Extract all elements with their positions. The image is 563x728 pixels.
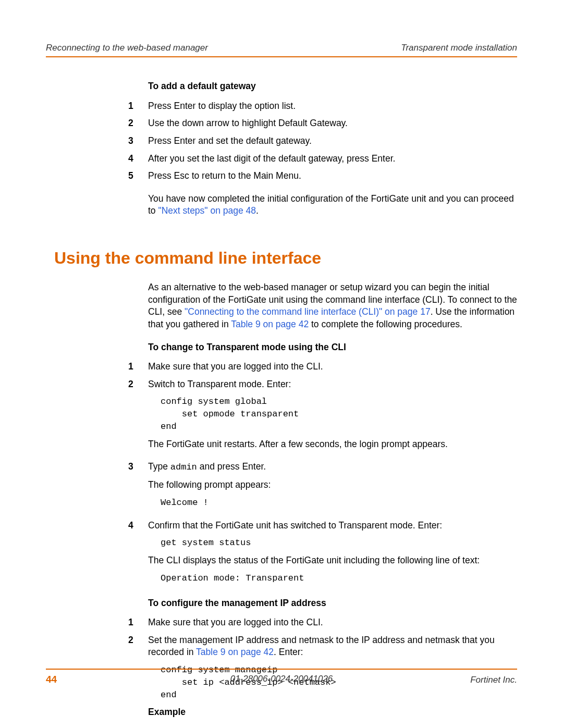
step-text: Use the down arrow to highlight Default … <box>148 117 517 130</box>
subheading-configure-mgmt-ip: To configure the management IP address <box>148 597 517 610</box>
link-table9-a[interactable]: Table 9 on page 42 <box>231 319 309 329</box>
step-row: 1 Make sure that you are logged into the… <box>148 361 517 373</box>
step-row: 5 Press Esc to return to the Main Menu. … <box>148 170 517 223</box>
step-text: Switch to Transparent mode. Enter: <box>148 378 517 391</box>
step-text: The following prompt appears: <box>148 479 517 491</box>
code-block: config system global set opmode transpar… <box>161 396 517 433</box>
step-row: 3 Press Enter and set the default gatewa… <box>148 135 517 147</box>
step-row: 1 Make sure that you are logged into the… <box>148 616 517 629</box>
step-number: 2 <box>127 378 148 456</box>
step-number: 4 <box>127 153 148 165</box>
link-next-steps[interactable]: "Next steps" on page 48 <box>158 205 256 216</box>
intro-paragraph: As an alternative to the web-based manag… <box>148 281 517 331</box>
header-right: Transparent mode installation <box>401 43 517 53</box>
step-text: After you set the last digit of the defa… <box>148 153 517 165</box>
step-number: 2 <box>127 117 148 130</box>
inline-code: admin <box>170 462 197 472</box>
step-text: Confirm that the FortiGate unit has swit… <box>148 520 517 532</box>
heading-using-cli: Using the command line interface <box>54 249 517 268</box>
header-rule <box>46 56 517 57</box>
code-block: Welcome ! <box>161 497 517 509</box>
text: . <box>256 205 259 216</box>
step-text: The CLI displays the status of the Forti… <box>148 554 517 567</box>
step-number: 1 <box>127 100 148 113</box>
step-text: Make sure that you are logged into the C… <box>148 616 517 629</box>
link-connecting-cli[interactable]: "Connecting to the command line interfac… <box>185 306 431 317</box>
step-number: 1 <box>127 361 148 373</box>
footer-doc-id: 01-28006-0024-20041026 <box>230 674 333 684</box>
subheading-add-gateway: To add a default gateway <box>148 80 517 93</box>
page-header: Reconnecting to the web-based manager Tr… <box>46 43 517 56</box>
text: . Enter: <box>274 647 303 657</box>
page-number: 44 <box>46 674 57 685</box>
footer-company: Fortinet Inc. <box>470 675 517 685</box>
step-row: 2 Use the down arrow to highlight Defaul… <box>148 117 517 130</box>
step-text: Press Enter to display the option list. <box>148 100 517 113</box>
page-footer: 44 01-28006-0024-20041026 Fortinet Inc. <box>46 669 517 685</box>
step-row: 1 Press Enter to display the option list… <box>148 100 517 113</box>
step-text: Type admin and press Enter. <box>148 461 517 474</box>
header-left: Reconnecting to the web-based manager <box>46 43 208 53</box>
code-block: Operation mode: Transparent <box>161 572 517 585</box>
step-number: 3 <box>127 461 148 514</box>
text: and press Enter. <box>197 461 266 472</box>
code-block: get system status <box>161 537 517 549</box>
step-number: 3 <box>127 135 148 147</box>
step-text: Set the management IP address and netmas… <box>148 634 517 659</box>
subheading-change-transparent: To change to Transparent mode using the … <box>148 341 517 354</box>
step-row: 4 After you set the last digit of the de… <box>148 153 517 165</box>
step-row: 2 Switch to Transparent mode. Enter: con… <box>148 378 517 456</box>
followup-paragraph: You have now completed the initial confi… <box>148 193 517 217</box>
step-number: 4 <box>127 520 148 590</box>
step-text: Press Enter and set the default gateway. <box>148 135 517 147</box>
step-text: The FortiGate unit restarts. After a few… <box>148 438 517 451</box>
step-row: 4 Confirm that the FortiGate unit has sw… <box>148 520 517 590</box>
text: Type <box>148 461 170 472</box>
link-table9-b[interactable]: Table 9 on page 42 <box>196 647 274 657</box>
step-text: Press Esc to return to the Main Menu. <box>148 170 517 182</box>
step-number: 1 <box>127 616 148 629</box>
step-text: Make sure that you are logged into the C… <box>148 361 517 373</box>
text: to complete the following procedures. <box>309 319 462 329</box>
step-row: 3 Type admin and press Enter. The follow… <box>148 461 517 514</box>
subheading-example: Example <box>148 706 517 719</box>
step-number: 5 <box>127 170 148 223</box>
